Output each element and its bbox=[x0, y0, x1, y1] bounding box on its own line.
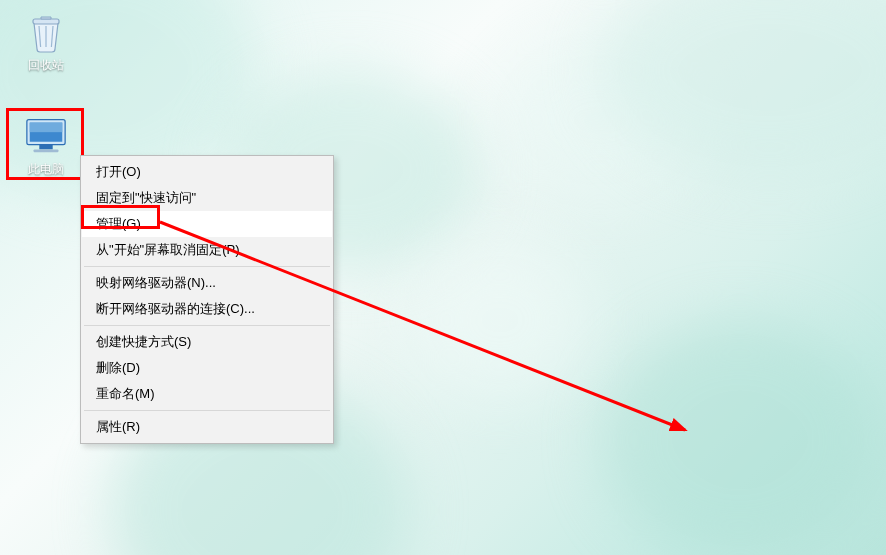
menu-item-manage[interactable]: 管理(G) bbox=[82, 211, 332, 237]
menu-item-label: 管理(G) bbox=[96, 216, 141, 231]
menu-item-create-shortcut[interactable]: 创建快捷方式(S) bbox=[82, 329, 332, 355]
menu-item-label: 属性(R) bbox=[96, 419, 140, 434]
menu-item-label: 创建快捷方式(S) bbox=[96, 334, 191, 349]
menu-item-unpin-start[interactable]: 从"开始"屏幕取消固定(P) bbox=[82, 237, 332, 263]
svg-rect-0 bbox=[33, 19, 59, 24]
menu-item-pin-quick-access[interactable]: 固定到"快速访问" bbox=[82, 185, 332, 211]
bg-blob bbox=[410, 240, 590, 400]
menu-item-label: 重命名(M) bbox=[96, 386, 155, 401]
menu-item-open[interactable]: 打开(O) bbox=[82, 159, 332, 185]
menu-item-map-network-drive[interactable]: 映射网络驱动器(N)... bbox=[82, 270, 332, 296]
annotation-highlight-this-pc bbox=[6, 108, 84, 180]
this-pc-context-menu: 打开(O) 固定到"快速访问" 管理(G) 从"开始"屏幕取消固定(P) 映射网… bbox=[80, 155, 334, 444]
menu-separator bbox=[84, 266, 330, 267]
menu-separator bbox=[84, 325, 330, 326]
recycle-bin-icon bbox=[24, 10, 68, 54]
menu-item-disconnect-network-drive[interactable]: 断开网络驱动器的连接(C)... bbox=[82, 296, 332, 322]
menu-item-label: 断开网络驱动器的连接(C)... bbox=[96, 301, 255, 316]
menu-item-label: 从"开始"屏幕取消固定(P) bbox=[96, 242, 240, 257]
menu-item-delete[interactable]: 删除(D) bbox=[82, 355, 332, 381]
bg-blob bbox=[600, 320, 880, 555]
menu-item-properties[interactable]: 属性(R) bbox=[82, 414, 332, 440]
menu-item-label: 删除(D) bbox=[96, 360, 140, 375]
menu-item-rename[interactable]: 重命名(M) bbox=[82, 381, 332, 407]
menu-item-label: 映射网络驱动器(N)... bbox=[96, 275, 216, 290]
recycle-bin-label: 回收站 bbox=[12, 57, 80, 74]
menu-item-label: 打开(O) bbox=[96, 164, 141, 179]
menu-separator bbox=[84, 410, 330, 411]
menu-item-label: 固定到"快速访问" bbox=[96, 190, 196, 205]
recycle-bin-desktop-icon[interactable]: 回收站 bbox=[12, 10, 80, 74]
